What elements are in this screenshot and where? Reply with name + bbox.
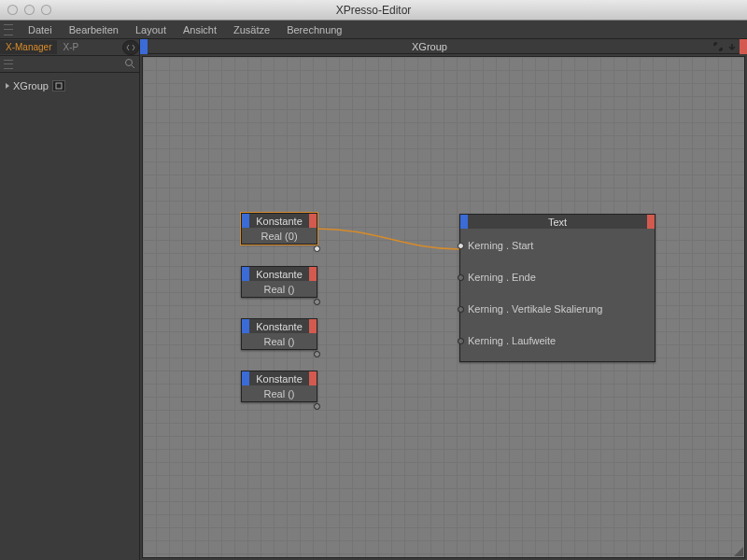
- tree-item-label: XGroup: [13, 80, 49, 91]
- output-port[interactable]: [314, 351, 320, 357]
- input-marker: [242, 319, 249, 333]
- output-marker: [309, 371, 317, 385]
- sidebar-tree: XGroup: [0, 73, 139, 99]
- menu-layout[interactable]: Layout: [128, 21, 174, 38]
- header-output-marker: [740, 39, 747, 54]
- port-label: Kerning . Ende: [468, 272, 536, 283]
- svg-rect-2: [56, 83, 62, 89]
- minimize-icon[interactable]: [24, 5, 35, 15]
- input-port[interactable]: [458, 274, 464, 281]
- input-port[interactable]: [458, 243, 464, 249]
- grip-icon[interactable]: [4, 60, 13, 69]
- input-marker: [242, 214, 249, 228]
- node-icon: [52, 80, 65, 91]
- node-title-label: Text: [468, 215, 647, 229]
- sidebar-tabs: X-Manager X-P: [0, 39, 139, 56]
- node-text[interactable]: Text Kerning . Start Kerning . Ende Kern…: [459, 214, 655, 362]
- output-port[interactable]: [314, 245, 320, 252]
- node-title-label: Konstante: [249, 371, 309, 385]
- canvas-wrap: XGroup Konstante Real (0): [140, 39, 747, 560]
- disclosure-icon[interactable]: [6, 83, 9, 89]
- port-label: Kerning . Vertikale Skalierung: [468, 303, 602, 315]
- input-marker: [242, 371, 249, 385]
- svg-line-1: [132, 65, 134, 68]
- node-title-label: Konstante: [249, 319, 309, 333]
- window-titlebar: XPresso-Editor: [0, 0, 747, 21]
- down-icon[interactable]: [726, 40, 739, 53]
- svg-point-0: [126, 59, 133, 65]
- node-title[interactable]: Konstante: [242, 319, 317, 333]
- node-title-label: Konstante: [249, 267, 309, 281]
- expand-icon[interactable]: [712, 40, 725, 53]
- traffic-lights: [7, 5, 51, 15]
- node-output-label: Real (): [263, 336, 294, 347]
- menu-datei[interactable]: Datei: [21, 21, 60, 38]
- canvas-header: XGroup: [140, 39, 747, 54]
- node-title[interactable]: Konstante: [242, 214, 317, 228]
- menu-ansicht[interactable]: Ansicht: [176, 21, 224, 38]
- output-port[interactable]: [314, 403, 320, 410]
- node-title[interactable]: Konstante: [242, 267, 317, 281]
- window-title: XPresso-Editor: [0, 4, 747, 17]
- tree-item-xgroup[interactable]: XGroup: [6, 80, 134, 91]
- resize-handle-icon[interactable]: [734, 547, 743, 556]
- tab-x-pool[interactable]: X-P: [57, 40, 84, 54]
- search-icon[interactable]: [124, 58, 135, 71]
- node-output-label: Real (): [263, 284, 294, 295]
- node-konstante-1[interactable]: Konstante Real (0): [241, 213, 317, 245]
- input-marker: [460, 215, 468, 229]
- input-port[interactable]: [458, 306, 464, 313]
- input-port-row: Kerning . Ende: [458, 270, 647, 285]
- output-marker: [309, 214, 317, 228]
- output-port[interactable]: [314, 299, 320, 305]
- port-label: Kerning . Laufweite: [468, 335, 556, 346]
- input-port-row: Kerning . Start: [458, 238, 647, 253]
- port-label: Kerning . Start: [468, 240, 533, 251]
- node-output-label: Real (): [263, 388, 294, 399]
- menu-bar: Datei Bearbeiten Layout Ansicht Zusätze …: [0, 21, 747, 39]
- tab-x-manager[interactable]: X-Manager: [0, 40, 57, 54]
- node-konstante-3[interactable]: Konstante Real (): [241, 318, 317, 350]
- main-area: X-Manager X-P XGroup XGroup: [0, 39, 747, 560]
- canvas-header-icons: [712, 40, 739, 53]
- sidebar: X-Manager X-P XGroup: [0, 39, 140, 560]
- header-input-marker: [140, 39, 148, 54]
- output-marker: [309, 267, 317, 281]
- output-marker: [647, 215, 655, 229]
- node-title-label: Konstante: [249, 214, 309, 228]
- node-konstante-4[interactable]: Konstante Real (): [241, 371, 317, 402]
- node-konstante-2[interactable]: Konstante Real (): [241, 266, 317, 298]
- menu-bearbeiten[interactable]: Bearbeiten: [62, 21, 126, 38]
- tab-scroll-icon[interactable]: [122, 40, 139, 55]
- input-port-row: Kerning . Vertikale Skalierung: [458, 301, 647, 316]
- canvas-title: XGroup: [148, 41, 712, 52]
- connection-wire: [143, 57, 747, 560]
- node-output-label: Real (0): [261, 231, 297, 242]
- input-marker: [242, 267, 249, 281]
- node-title[interactable]: Text: [460, 215, 655, 229]
- menu-zusaetze[interactable]: Zusätze: [226, 21, 277, 38]
- menu-berechnung[interactable]: Berechnung: [279, 21, 349, 38]
- zoom-icon[interactable]: [41, 5, 51, 15]
- input-port[interactable]: [458, 338, 464, 344]
- sidebar-toolbar: [0, 56, 139, 73]
- close-icon[interactable]: [7, 5, 18, 15]
- grip-icon[interactable]: [4, 24, 13, 35]
- output-marker: [309, 319, 317, 333]
- node-canvas[interactable]: Konstante Real (0) Konstante Real (): [142, 56, 745, 558]
- input-port-row: Kerning . Laufweite: [458, 333, 647, 348]
- node-title[interactable]: Konstante: [242, 371, 317, 385]
